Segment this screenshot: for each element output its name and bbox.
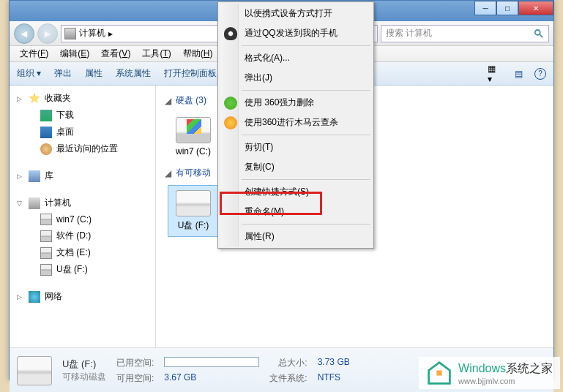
- minimize-button[interactable]: ─: [474, 1, 496, 15]
- drive-label: win7 (C:): [172, 146, 215, 157]
- context-item-label: 重命名(M): [245, 206, 284, 218]
- svg-point-0: [535, 29, 540, 34]
- sidebar-desktop[interactable]: 桌面: [11, 124, 154, 140]
- svg-rect-3: [436, 370, 441, 375]
- menu-tools[interactable]: 工具(T): [138, 46, 175, 61]
- context-separator: [242, 224, 370, 225]
- drive-icon: [40, 247, 52, 259]
- sidebar-drive-d[interactable]: 软件 (D:): [11, 227, 154, 244]
- tool-organize[interactable]: 组织 ▾: [17, 67, 41, 80]
- tool-eject[interactable]: 弹出: [54, 67, 72, 80]
- sidebar-drive-c[interactable]: win7 (C:): [11, 211, 154, 227]
- tool-sysprops[interactable]: 系统属性: [116, 67, 151, 80]
- context-item-9[interactable]: 剪切(T): [220, 137, 372, 157]
- fs-label: 文件系统:: [269, 372, 307, 385]
- tool-properties[interactable]: 属性: [85, 67, 102, 80]
- menu-help[interactable]: 帮助(H): [179, 46, 217, 61]
- context-item-12[interactable]: 创建快捷方式(S): [220, 182, 372, 202]
- back-button[interactable]: ◄: [14, 23, 34, 44]
- context-item-6[interactable]: 使用 360强力删除: [220, 93, 372, 113]
- context-separator: [242, 90, 370, 91]
- sidebar: ▷收藏夹 下载 桌面 最近访问的位置 ▷库 ▽计算机 win7 (C:) 软件 …: [10, 86, 156, 347]
- context-separator: [242, 45, 370, 46]
- watermark-brand: Windows: [458, 362, 506, 374]
- network-icon: [29, 291, 40, 303]
- details-title: U盘 (F:): [62, 358, 106, 371]
- context-item-label: 剪切(T): [245, 141, 273, 154]
- search-box[interactable]: 搜索 计算机: [381, 25, 549, 42]
- menu-file[interactable]: 文件(F): [15, 46, 53, 61]
- menu-view[interactable]: 查看(V): [97, 46, 135, 61]
- context-item-label: 通过QQ发送到我的手机: [245, 27, 338, 39]
- recent-icon: [40, 143, 52, 155]
- sidebar-downloads[interactable]: 下载: [11, 107, 154, 124]
- context-item-13[interactable]: 重命名(M): [220, 202, 372, 222]
- context-item-label: 以便携式设备方式打开: [245, 7, 332, 20]
- close-button[interactable]: ✕: [518, 1, 553, 15]
- context-item-15[interactable]: 属性(R): [220, 227, 372, 246]
- drive-icon: [40, 230, 52, 242]
- desktop-icon: [40, 127, 52, 138]
- sidebar-drive-e[interactable]: 文档 (E:): [11, 244, 154, 261]
- details-subtitle: 可移动磁盘: [62, 371, 106, 383]
- qq-icon: [224, 27, 237, 40]
- used-label: 已用空间:: [116, 357, 154, 369]
- free-value: 3.67 GB: [164, 372, 259, 385]
- computer-icon: [29, 197, 40, 209]
- star-icon: [29, 93, 40, 105]
- context-item-label: 创建快捷方式(S): [245, 186, 309, 198]
- tool-ctrlpanel[interactable]: 打开控制面板: [164, 67, 217, 80]
- watermark: Windows系统之家 www.bjjmlv.com: [419, 357, 560, 389]
- details-drive-icon: [17, 356, 52, 385]
- forward-button[interactable]: ►: [37, 23, 58, 44]
- total-value: 3.73 GB: [318, 357, 350, 369]
- 360cloud-icon: [224, 116, 237, 129]
- context-item-3[interactable]: 格式化(A)...: [220, 48, 372, 68]
- context-item-label: 使用360进行木马云查杀: [245, 116, 338, 129]
- fs-value: NTFS: [318, 372, 350, 385]
- sidebar-libraries[interactable]: ▷库: [11, 167, 154, 184]
- sidebar-drive-f[interactable]: U盘 (F:): [11, 261, 154, 278]
- sidebar-computer[interactable]: ▽计算机: [11, 195, 154, 211]
- context-item-label: 格式化(A)...: [245, 52, 290, 64]
- free-label: 可用空间:: [116, 372, 154, 385]
- drive-item-c[interactable]: win7 (C:): [168, 113, 219, 161]
- context-item-4[interactable]: 弹出(J): [220, 68, 372, 88]
- context-item-label: 弹出(J): [245, 72, 272, 84]
- context-item-7[interactable]: 使用360进行木马云查杀: [220, 113, 372, 132]
- context-item-0[interactable]: 以便携式设备方式打开: [220, 4, 372, 23]
- watermark-text: 系统之家: [506, 362, 553, 374]
- context-item-label: 复制(C): [245, 161, 275, 173]
- sidebar-network[interactable]: ▷网络: [11, 288, 154, 305]
- 360del-icon: [224, 97, 237, 110]
- sidebar-favorites[interactable]: ▷收藏夹: [11, 90, 154, 107]
- total-label: 总大小:: [269, 357, 307, 369]
- search-icon: [534, 29, 544, 39]
- context-item-1[interactable]: 通过QQ发送到我的手机: [220, 23, 372, 43]
- maximize-button[interactable]: □: [496, 1, 518, 15]
- drive-item-usb[interactable]: U盘 (F:): [168, 185, 219, 237]
- context-separator: [242, 135, 370, 135]
- sidebar-recent[interactable]: 最近访问的位置: [11, 140, 154, 157]
- drive-icon-large: [176, 190, 211, 216]
- context-separator: [242, 179, 370, 180]
- preview-pane-button[interactable]: ▤: [511, 67, 526, 81]
- download-icon: [40, 110, 52, 121]
- context-item-10[interactable]: 复制(C): [220, 157, 372, 177]
- breadcrumb-arrow[interactable]: ▸: [108, 29, 113, 39]
- view-mode-button[interactable]: ▦ ▾: [488, 67, 502, 81]
- address-text: 计算机: [79, 27, 105, 39]
- library-icon: [29, 170, 40, 182]
- watermark-url: www.bjjmlv.com: [458, 377, 553, 385]
- context-item-label: 属性(R): [245, 230, 275, 243]
- context-menu: 以便携式设备方式打开通过QQ发送到我的手机格式化(A)...弹出(J)使用 36…: [217, 1, 374, 249]
- drive-icon: [40, 214, 52, 225]
- context-item-label: 使用 360强力删除: [245, 97, 314, 109]
- computer-icon: [64, 28, 76, 39]
- drive-icon: [40, 264, 52, 276]
- help-icon[interactable]: ?: [534, 68, 546, 80]
- usage-bar: [164, 357, 259, 367]
- svg-line-1: [540, 34, 543, 37]
- watermark-logo-icon: [426, 360, 452, 386]
- menu-edit[interactable]: 编辑(E): [56, 46, 94, 61]
